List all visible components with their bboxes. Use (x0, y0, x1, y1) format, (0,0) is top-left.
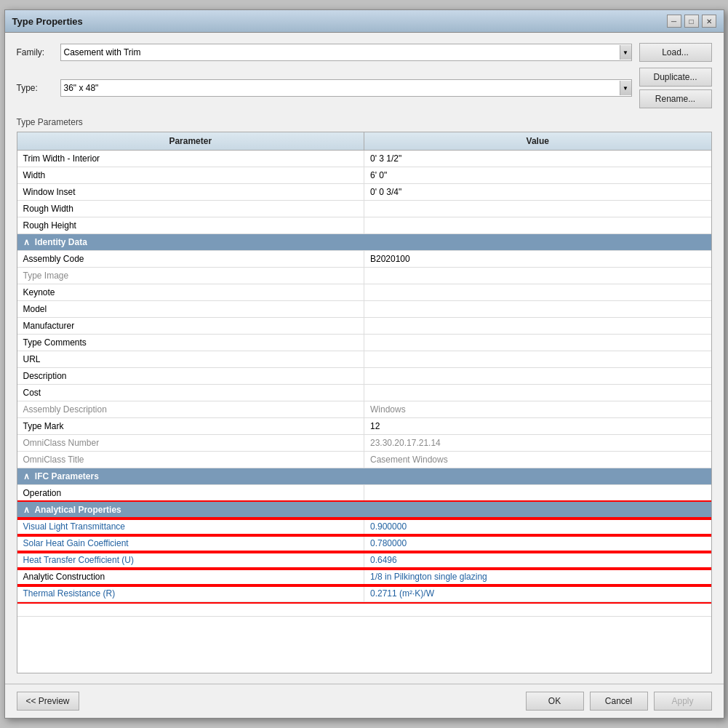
value-cell[interactable]: 0.900000 (364, 519, 711, 535)
footer-buttons: OK Cancel Apply (526, 692, 712, 711)
table-row: Model (17, 301, 711, 318)
value-cell[interactable]: 0.6496 (364, 552, 711, 569)
param-cell: Rough Height (17, 217, 364, 234)
param-cell: Keynote (17, 284, 364, 301)
param-cell: Solar Heat Gain Coefficient (17, 535, 364, 552)
title-bar-controls: ─ □ ✕ (667, 15, 716, 28)
param-cell: Manufacturer (17, 318, 364, 335)
value-cell[interactable] (364, 335, 711, 351)
type-row: Type: 36" x 48" ▼ Duplicate... Rename... (17, 68, 712, 108)
side-buttons: Load... (639, 43, 712, 62)
dialog-title: Type Properties (12, 16, 83, 27)
cancel-button[interactable]: Cancel (590, 692, 648, 711)
param-cell: Visual Light Transmittance (17, 519, 364, 535)
param-cell: Trim Width - Interior (17, 151, 364, 167)
rename-button[interactable]: Rename... (639, 89, 712, 108)
identity-data-label: ∧ Identity Data (17, 234, 711, 251)
param-cell: Thermal Resistance (R) (17, 585, 364, 602)
table-row: Heat Transfer Coefficient (U) 0.6496 (17, 552, 711, 569)
identity-data-section-header: ∧ Identity Data (17, 234, 711, 251)
param-cell: Assembly Description (17, 401, 364, 418)
param-cell: OmniClass Title (17, 452, 364, 468)
value-cell[interactable]: 0.2711 (m²·K)/W (364, 585, 711, 602)
table-row: Window Inset 0' 0 3/4" (17, 184, 711, 201)
value-cell[interactable] (364, 318, 711, 335)
table-row: Type Image (17, 268, 711, 284)
value-cell[interactable]: 6' 0" (364, 167, 711, 184)
table-row: Solar Heat Gain Coefficient 0.780000 (17, 535, 711, 552)
param-cell: OmniClass Number (17, 435, 364, 452)
analytical-section-header: ∧ Analytical Properties (17, 502, 711, 519)
maximize-button[interactable]: □ (684, 15, 699, 28)
ifc-section-header: ∧ IFC Parameters (17, 468, 711, 485)
load-button[interactable]: Load... (639, 43, 712, 62)
value-cell[interactable] (364, 284, 711, 301)
param-cell: Operation (17, 485, 364, 502)
value-cell[interactable] (364, 368, 711, 385)
ok-button[interactable]: OK (526, 692, 584, 711)
col-value: Value (364, 132, 711, 151)
family-combo-arrow[interactable]: ▼ (620, 45, 631, 60)
col-parameter: Parameter (17, 132, 364, 151)
section-chevron-icon: ∧ (23, 237, 30, 247)
dialog-footer: << Preview OK Cancel Apply (5, 684, 724, 718)
type-combo-arrow[interactable]: ▼ (620, 81, 631, 95)
table-row: Keynote (17, 284, 711, 301)
family-combo[interactable]: Casement with Trim ▼ (60, 44, 632, 61)
table-row: Operation (17, 485, 711, 502)
table-row: Cost (17, 385, 711, 401)
ifc-parameters-label: ∧ IFC Parameters (17, 468, 711, 485)
table-row: OmniClass Number 23.30.20.17.21.14 (17, 435, 711, 452)
value-cell[interactable]: 0' 3 1/2" (364, 151, 711, 167)
value-cell[interactable] (364, 351, 711, 368)
table-row: URL (17, 351, 711, 368)
minimize-button[interactable]: ─ (667, 15, 681, 28)
value-cell[interactable]: 0.780000 (364, 535, 711, 552)
type-combo[interactable]: 36" x 48" ▼ (60, 79, 632, 97)
param-cell: Type Comments (17, 335, 364, 351)
table-row: Description (17, 368, 711, 385)
value-cell[interactable]: Windows (364, 401, 711, 418)
param-cell: Description (17, 368, 364, 385)
analytical-chevron-icon: ∧ (23, 505, 30, 515)
value-cell[interactable]: 12 (364, 418, 711, 435)
table-row: Type Comments (17, 335, 711, 351)
type-parameters-label: Type Parameters (17, 117, 712, 127)
param-cell: Rough Width (17, 201, 364, 217)
spacer-row (17, 602, 711, 617)
value-cell[interactable]: 1/8 in Pilkington single glazing (364, 569, 711, 585)
param-cell: Model (17, 301, 364, 318)
value-cell[interactable] (364, 201, 711, 217)
apply-button[interactable]: Apply (654, 692, 712, 711)
param-cell: Analytic Construction (17, 569, 364, 585)
value-cell[interactable] (364, 485, 711, 502)
family-label: Family: (17, 47, 60, 57)
value-cell[interactable] (364, 301, 711, 318)
parameters-table-container[interactable]: Parameter Value Trim Width - Interior 0'… (17, 132, 712, 673)
value-cell[interactable]: 0' 0 3/4" (364, 184, 711, 201)
table-row: Rough Width (17, 201, 711, 217)
family-row: Family: Casement with Trim ▼ Load... (17, 43, 712, 62)
value-cell[interactable] (364, 385, 711, 401)
value-cell[interactable]: Casement Windows (364, 452, 711, 468)
preview-button[interactable]: << Preview (17, 692, 79, 711)
table-row: Rough Height (17, 217, 711, 234)
table-row: Type Mark 12 (17, 418, 711, 435)
value-cell[interactable]: B2020100 (364, 251, 711, 268)
close-button[interactable]: ✕ (702, 15, 716, 28)
table-row: Assembly Description Windows (17, 401, 711, 418)
value-cell[interactable] (364, 268, 711, 284)
table-row: Visual Light Transmittance 0.900000 (17, 519, 711, 535)
ifc-chevron-icon: ∧ (23, 471, 30, 481)
param-cell: URL (17, 351, 364, 368)
table-row: Analytic Construction 1/8 in Pilkington … (17, 569, 711, 585)
table-row: Manufacturer (17, 318, 711, 335)
value-cell[interactable]: 23.30.20.17.21.14 (364, 435, 711, 452)
duplicate-button[interactable]: Duplicate... (639, 68, 712, 87)
table-row: Assembly Code B2020100 (17, 251, 711, 268)
param-cell: Type Image (17, 268, 364, 284)
value-cell[interactable] (364, 217, 711, 234)
type-side-buttons: Duplicate... Rename... (639, 68, 712, 108)
param-cell: Width (17, 167, 364, 184)
dialog-body: Family: Casement with Trim ▼ Load... Typ… (5, 33, 724, 684)
